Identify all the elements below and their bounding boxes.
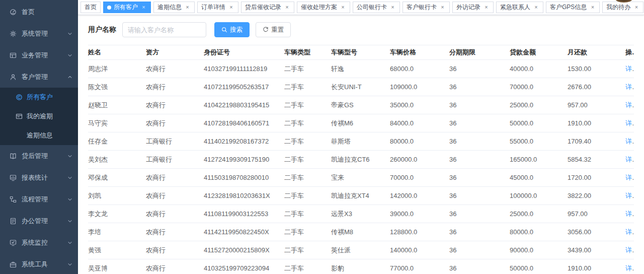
tab-close-icon[interactable]: ×	[184, 4, 191, 11]
sidebar-item-4[interactable]: 贷后管理	[0, 145, 78, 167]
tab-0[interactable]: 首页	[80, 2, 101, 13]
cell-vehicle_price: 142000.0	[390, 192, 449, 199]
tab-7[interactable]: 客户银行卡×	[403, 2, 450, 13]
tab-close-icon[interactable]: ×	[228, 4, 234, 11]
cell-vehicle_type: 二手车	[284, 210, 331, 219]
sidebar-item-0[interactable]: 首页	[0, 1, 78, 23]
sidebar-item-1[interactable]: 系统管理	[0, 23, 78, 44]
document-icon	[10, 218, 17, 225]
sidebar-item-2[interactable]: 业务管理	[0, 44, 78, 66]
table-row: 赵晓卫农商行410422198803195415二手车帝豪GS35000.036…	[88, 96, 634, 114]
tab-close-icon[interactable]: ×	[439, 4, 446, 11]
detail-link[interactable]: 详情	[625, 210, 634, 218]
cell-vehicle_model: 帝豪GS	[331, 101, 390, 110]
tab-close-icon[interactable]: ×	[589, 4, 596, 11]
detail-link[interactable]: 详情	[625, 138, 634, 145]
tab-8[interactable]: 外访记录×	[452, 2, 494, 13]
tab-label: 所有客户	[114, 2, 138, 13]
chevron-down-icon	[67, 261, 73, 267]
detail-link[interactable]: 详情	[625, 83, 634, 91]
cell-monthly_payment: 5854.32	[568, 156, 625, 163]
cell-vehicle_model: 凯迪拉克XT4	[331, 191, 390, 200]
reset-button[interactable]: 重置	[256, 22, 291, 37]
sidebar-item-9[interactable]: 系统工具	[0, 253, 78, 274]
tab-2[interactable]: 逾期信息×	[153, 2, 195, 13]
sidebar-item-7[interactable]: 办公管理	[0, 210, 78, 232]
tab-close-icon[interactable]: ×	[633, 4, 639, 11]
tab-9[interactable]: 紧急联系人×	[496, 2, 543, 13]
cell-monthly_payment: 957.00	[568, 210, 625, 218]
cell-vehicle_type: 二手车	[284, 228, 331, 237]
tab-label: 外访记录	[456, 2, 480, 13]
cell-vehicle_model: 影豹	[331, 264, 390, 273]
sidebar-item-5[interactable]: 报表统计	[0, 167, 78, 188]
cell-vehicle_price: 70000.0	[390, 174, 449, 181]
sidebar-subitem-0[interactable]: 所有客户	[0, 88, 78, 107]
cell-id_number: 412724199309175190	[204, 156, 284, 163]
cell-installment_term: 36	[449, 246, 510, 254]
sidebar-item-8[interactable]: 系统监控	[0, 232, 78, 253]
detail-link[interactable]: 详情	[625, 156, 634, 163]
cell-vehicle_price: 35000.0	[390, 101, 449, 109]
chevron-down-icon	[67, 153, 73, 159]
cell-vehicle_type: 二手车	[284, 83, 331, 92]
cell-id_number: 410327199111112819	[204, 65, 284, 73]
tab-close-icon[interactable]: ×	[284, 4, 290, 11]
chevron-up-icon	[67, 74, 73, 80]
tab-3[interactable]: 订单详情×	[197, 2, 238, 13]
table-row: 吴刘杰工商银行412724199309175190二手车凯迪拉克CT626000…	[88, 151, 634, 169]
grid-icon	[10, 52, 17, 59]
tab-close-icon[interactable]: ×	[389, 4, 396, 11]
cell-vehicle_price: 68000.0	[390, 65, 449, 73]
tab-close-icon[interactable]: ×	[533, 4, 539, 11]
detail-link[interactable]: 详情	[625, 174, 634, 181]
cell-name: 李培	[88, 228, 146, 237]
tab-close-icon[interactable]: ×	[483, 4, 490, 11]
table-row: 任存金工商银行411402199208167372二手车菲斯塔80000.036…	[88, 132, 634, 151]
tab-label: 公司银行卡	[357, 2, 387, 13]
detail-link[interactable]: 详情	[625, 192, 634, 199]
cell-action: 详情	[625, 83, 634, 92]
cell-vehicle_price: 80000.0	[390, 138, 449, 145]
detail-link[interactable]: 详情	[625, 246, 634, 254]
detail-link[interactable]: 详情	[625, 119, 634, 127]
detail-link[interactable]: 详情	[625, 264, 634, 272]
cell-id_number: 410422198803195415	[204, 101, 284, 109]
tab-close-icon[interactable]: ×	[340, 4, 346, 11]
sidebar-item-6[interactable]: 流程管理	[0, 188, 78, 210]
sidebar-item-3[interactable]: 客户管理	[0, 66, 78, 88]
tab-4[interactable]: 贷后催收记录×	[241, 2, 294, 13]
cell-monthly_payment: 3056.00	[568, 228, 625, 236]
flow-icon	[10, 196, 17, 203]
main-area: 首页所有客户×逾期信息×订单详情×贷后催收记录×催收处理方案×公司银行卡×客户银…	[78, 0, 644, 274]
cell-monthly_payment: 1910.00	[568, 119, 625, 127]
search-button-label: 搜索	[230, 26, 243, 34]
sidebar-item-label: 报表统计	[22, 173, 67, 182]
cell-loan_amount: 100000.0	[510, 192, 568, 199]
tab-label: 贷后催收记录	[245, 2, 281, 13]
tab-10[interactable]: 客户GPS信息×	[546, 2, 600, 13]
tab-label: 订单详情	[201, 2, 225, 13]
chevron-down-icon	[67, 218, 73, 224]
sidebar-subitem-1[interactable]: 我的逾期	[0, 107, 78, 126]
tab-11[interactable]: 我的待办×	[602, 2, 643, 13]
search-input[interactable]	[122, 22, 206, 37]
detail-link[interactable]: 详情	[625, 101, 634, 109]
cell-funder: 农商行	[146, 210, 204, 219]
header-cell-8: 月还款	[568, 48, 625, 57]
search-button[interactable]: 搜索	[214, 22, 250, 37]
sidebar-subitem-label: 所有客户	[27, 93, 53, 102]
sidebar-item-label: 贷后管理	[22, 152, 67, 161]
header-cell-7: 贷款金额	[510, 48, 568, 57]
sidebar-item-label: 系统监控	[22, 238, 67, 247]
cell-vehicle_price: 140000.0	[390, 246, 449, 254]
detail-link[interactable]: 详情	[625, 65, 634, 73]
cell-loan_amount: 90000.0	[510, 246, 568, 254]
tab-close-icon[interactable]: ×	[140, 4, 147, 11]
tab-5[interactable]: 催收处理方案×	[297, 2, 350, 13]
cell-name: 邓保成	[88, 173, 146, 182]
tab-6[interactable]: 公司银行卡×	[353, 2, 400, 13]
sidebar-subitem-2[interactable]: 逾期信息	[0, 126, 78, 145]
detail-link[interactable]: 详情	[625, 228, 634, 236]
tab-1[interactable]: 所有客户×	[103, 2, 151, 13]
